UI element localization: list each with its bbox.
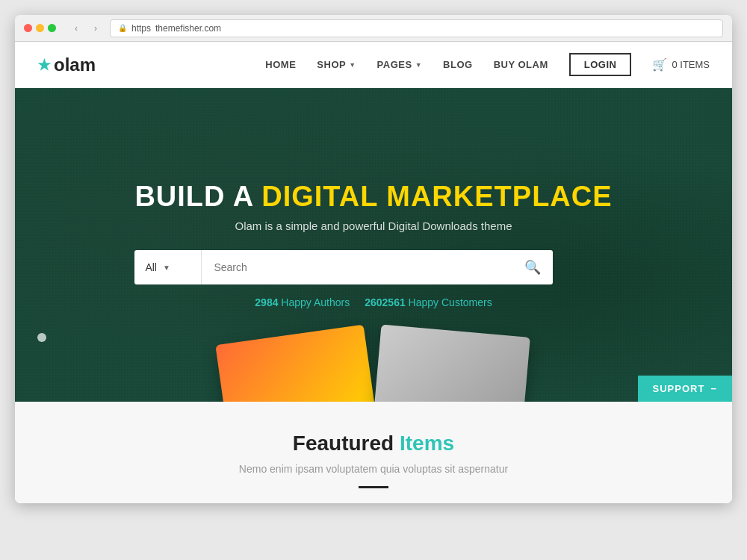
site-content: ★ olam HOME SHOP ▼ PAGES ▼ BLOG BUY OLAM… — [15, 42, 732, 503]
nav-blog[interactable]: BLOG — [443, 59, 473, 70]
stat-authors-label: Happy Authors — [278, 296, 350, 308]
stat-customers-number: 2602561 — [365, 296, 406, 308]
featured-subtitle: Nemo enim ipsam voluptatem quia voluptas… — [37, 463, 710, 475]
hero-content: BUILD A DIGITAL MARKETPLACE Olam is a si… — [134, 181, 612, 285]
search-category-label: All — [145, 261, 157, 273]
nav-home[interactable]: HOME — [265, 59, 296, 70]
search-bar: All ▼ 🔍 — [134, 250, 553, 284]
search-input[interactable] — [202, 250, 512, 284]
url-protocol: https — [131, 23, 151, 34]
preview-card-left — [215, 325, 376, 402]
url-domain: themefisher.com — [155, 23, 221, 34]
browser-traffic-lights — [24, 24, 56, 32]
nav-pages[interactable]: PAGES ▼ — [377, 59, 422, 70]
stat-authors-number: 2984 — [255, 296, 278, 308]
browser-toolbar: ‹ › 🔒 https themefisher.com — [15, 15, 732, 42]
cart-count: 0 ITEMS — [672, 59, 710, 70]
search-icon: 🔍 — [524, 259, 541, 276]
nav-buy-olam[interactable]: BUY OLAM — [494, 59, 548, 70]
preview-card-right — [373, 325, 530, 402]
hero-title: BUILD A DIGITAL MARKETPLACE — [134, 181, 612, 213]
featured-divider — [359, 486, 388, 488]
hero-stats: 2984 Happy Authors 2602561 Happy Custome… — [255, 296, 492, 308]
address-bar[interactable]: 🔒 https themefisher.com — [110, 19, 723, 37]
login-button[interactable]: LOGIN — [569, 53, 632, 76]
forward-button[interactable]: › — [87, 20, 104, 37]
hero-preview-cards — [220, 327, 527, 402]
site-logo[interactable]: ★ olam — [37, 55, 96, 75]
support-minus-icon: − — [710, 383, 717, 394]
close-button[interactable] — [24, 24, 32, 32]
nav-links: HOME SHOP ▼ PAGES ▼ BLOG BUY OLAM LOGIN … — [265, 53, 710, 76]
cart-button[interactable]: 🛒 0 ITEMS — [652, 57, 710, 72]
site-navigation: ★ olam HOME SHOP ▼ PAGES ▼ BLOG BUY OLAM… — [15, 42, 732, 88]
featured-title-part1: Feautured — [293, 432, 400, 455]
stat-customers-label: Happy Customers — [406, 296, 492, 308]
slider-indicator[interactable] — [37, 333, 46, 342]
support-button[interactable]: SUPPORT − — [638, 376, 732, 402]
logo-text: olam — [54, 55, 96, 75]
search-button[interactable]: 🔍 — [512, 250, 553, 284]
browser-window: ‹ › 🔒 https themefisher.com ★ olam HOME … — [15, 15, 732, 503]
hero-subtitle: Olam is a simple and powerful Digital Do… — [134, 220, 612, 232]
featured-title: Feautured Items — [37, 432, 710, 455]
nav-shop[interactable]: SHOP ▼ — [317, 59, 356, 70]
support-label: SUPPORT — [653, 383, 705, 394]
stat-customers: 2602561 Happy Customers — [365, 296, 492, 308]
browser-navigation: ‹ › — [68, 20, 104, 37]
hero-section: BUILD A DIGITAL MARKETPLACE Olam is a si… — [15, 88, 732, 402]
lock-icon: 🔒 — [118, 24, 127, 32]
stat-authors: 2984 Happy Authors — [255, 296, 350, 308]
nav-shop-label: SHOP — [317, 59, 346, 70]
minimize-button[interactable] — [36, 24, 44, 32]
search-category-arrow-icon: ▼ — [163, 264, 170, 272]
featured-title-accent: Items — [400, 432, 454, 455]
nav-pages-arrow: ▼ — [415, 61, 422, 69]
maximize-button[interactable] — [48, 24, 56, 32]
back-button[interactable]: ‹ — [68, 20, 84, 37]
featured-section: Feautured Items Nemo enim ipsam voluptat… — [15, 402, 732, 503]
logo-star-icon: ★ — [37, 56, 51, 74]
nav-shop-arrow: ▼ — [349, 61, 356, 69]
hero-title-accent: DIGITAL MARKETPLACE — [261, 181, 612, 212]
cart-icon: 🛒 — [652, 57, 667, 72]
nav-pages-label: PAGES — [377, 59, 412, 70]
search-category-dropdown[interactable]: All ▼ — [134, 250, 202, 284]
hero-title-part1: BUILD A — [134, 181, 261, 212]
